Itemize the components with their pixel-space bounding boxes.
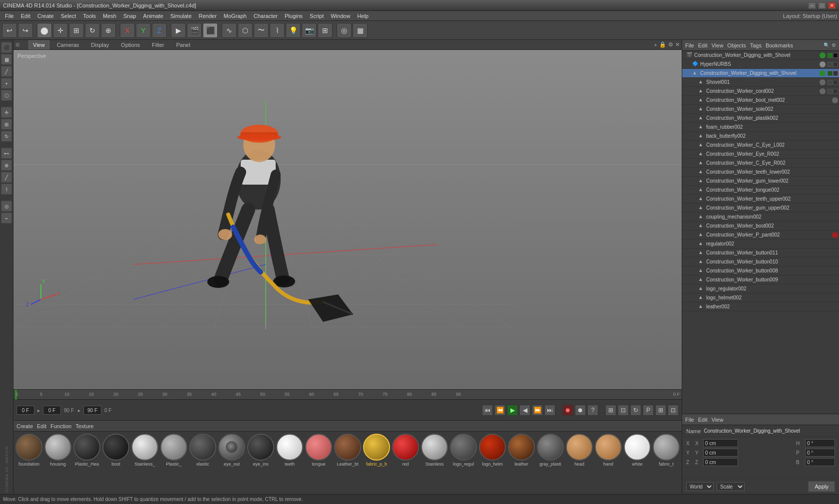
menu-help[interactable]: Help bbox=[354, 12, 372, 20]
menu-script[interactable]: Script bbox=[307, 12, 327, 20]
material-white[interactable]: white bbox=[624, 434, 651, 467]
texture-mode-button[interactable]: ▦ bbox=[1, 54, 12, 65]
next-frame-button[interactable]: ⏩ bbox=[532, 405, 543, 416]
mat-edit[interactable]: Edit bbox=[37, 423, 46, 429]
model-mode-button[interactable]: ⬛ bbox=[1, 42, 12, 53]
om-menu-tags[interactable]: Tags bbox=[750, 42, 762, 48]
menu-window[interactable]: Window bbox=[328, 12, 353, 20]
material-head[interactable]: head bbox=[566, 434, 593, 467]
move-tool-side[interactable]: ✛ bbox=[1, 107, 12, 118]
om-item-plastik[interactable]: ▲ Construction_Worker_plastik002 bbox=[682, 114, 839, 123]
tc-settings-button[interactable]: ⊡ bbox=[668, 405, 679, 416]
om-item-foam[interactable]: ▲ foam_rubber002 bbox=[682, 123, 839, 132]
tc-refresh-button[interactable]: ↻ bbox=[630, 405, 641, 416]
om-item-coupling[interactable]: ▲ coupling_mechanism002 bbox=[682, 213, 839, 222]
viewport-expand-icon[interactable]: + bbox=[654, 42, 657, 48]
attr-menu-file[interactable]: File bbox=[685, 417, 694, 423]
end-frame-input[interactable] bbox=[83, 406, 101, 415]
material-stainless[interactable]: Stainless_ bbox=[131, 434, 158, 467]
om-dot-cord[interactable] bbox=[820, 88, 826, 94]
tc-mode-button[interactable]: P bbox=[643, 405, 654, 416]
om-item-boot-met[interactable]: ▲ Construction_Worker_boot_met002 bbox=[682, 96, 839, 105]
material-stainless2[interactable]: Stainless bbox=[421, 434, 448, 467]
material-leather[interactable]: leather bbox=[508, 434, 535, 467]
play-forward-button[interactable]: ▶ bbox=[507, 405, 518, 416]
record-button[interactable]: ⏺ bbox=[562, 405, 573, 416]
material-eye-out[interactable]: eye_out bbox=[218, 434, 245, 467]
poly-button[interactable]: ⬡ bbox=[238, 23, 253, 38]
om-item-btn010[interactable]: ▲ Construction_Worker_button010 bbox=[682, 257, 839, 266]
om-dot-green-root[interactable] bbox=[820, 52, 826, 58]
brush-tool[interactable]: ⌇ bbox=[1, 184, 12, 195]
om-item-eye-cr[interactable]: ▲ Construction_Worker_C_Eye_R002 bbox=[682, 159, 839, 168]
texture-button[interactable]: ▦ bbox=[353, 23, 368, 38]
om-item-butterfly[interactable]: ▲ back_butterfly002 bbox=[682, 132, 839, 141]
om-item-leather[interactable]: ▲ leather002 bbox=[682, 302, 839, 311]
om-item-sole[interactable]: ▲ Construction_Worker_sole002 bbox=[682, 105, 839, 114]
om-item-shovel[interactable]: ▲ Shovel001 bbox=[682, 78, 839, 87]
menu-animate[interactable]: Animate bbox=[140, 12, 166, 20]
camera-button[interactable]: 📷 bbox=[302, 23, 317, 38]
material-elastic[interactable]: elastic bbox=[189, 434, 216, 467]
mat-function[interactable]: Function bbox=[50, 423, 71, 429]
om-item-teeth-upper[interactable]: ▲ Construction_Worker_teeth_upper002 bbox=[682, 195, 839, 204]
om-item-eye-r[interactable]: ▲ Construction_Worker_Eye_R002 bbox=[682, 150, 839, 159]
menu-mograph[interactable]: MoGraph bbox=[221, 12, 250, 20]
array-button[interactable]: ⊞ bbox=[318, 23, 333, 38]
poly-mode-button[interactable]: ⬡ bbox=[1, 90, 12, 101]
om-item-teeth-lower[interactable]: ▲ Construction_Worker_teeth_lower002 bbox=[682, 168, 839, 177]
viewport-settings-icon[interactable]: ⚙ bbox=[668, 41, 673, 48]
material-red[interactable]: red bbox=[392, 434, 419, 467]
coord-input-y[interactable] bbox=[703, 449, 738, 457]
om-item-root[interactable]: 🎬 Construction_Worker_Digging_with_Shove… bbox=[682, 51, 839, 60]
material-boot[interactable]: boot bbox=[102, 434, 129, 467]
nurbs-button[interactable]: ∿ bbox=[222, 23, 237, 38]
coord-input-p[interactable] bbox=[805, 449, 835, 457]
coord-input-z[interactable] bbox=[703, 458, 738, 466]
move-tool-button[interactable]: ✛ bbox=[53, 23, 68, 38]
undo-button[interactable]: ↩ bbox=[2, 23, 17, 38]
coord-system-select[interactable]: World Object bbox=[686, 482, 714, 491]
prev-frame-button[interactable]: ⏪ bbox=[494, 405, 505, 416]
om-menu-bookmarks[interactable]: Bookmarks bbox=[766, 42, 793, 48]
om-item-boot002[interactable]: ▲ Construction_Worker_boot002 bbox=[682, 222, 839, 231]
material-logo-helm[interactable]: logo_helm bbox=[479, 434, 506, 467]
go-end-button[interactable]: ⏭ bbox=[544, 405, 555, 416]
om-dot-boot-met[interactable] bbox=[832, 97, 838, 103]
om-item-tongue[interactable]: ▲ Construction_Worker_tongue002 bbox=[682, 186, 839, 195]
menu-tools[interactable]: Tools bbox=[80, 12, 99, 20]
play-reverse-button[interactable]: ◀ bbox=[519, 405, 530, 416]
live-selection-button[interactable]: ⬤ bbox=[37, 23, 52, 38]
x-axis-button[interactable]: X bbox=[120, 23, 135, 38]
om-item-logo-helmet[interactable]: ▲ logo_helmet002 bbox=[682, 293, 839, 302]
material-gray-plasti[interactable]: gray_plasti bbox=[537, 434, 564, 467]
material-housing[interactable]: housing bbox=[44, 434, 71, 467]
menu-snap[interactable]: Snap bbox=[120, 12, 139, 20]
current-frame-input[interactable] bbox=[16, 406, 34, 415]
minimize-button[interactable]: ─ bbox=[808, 2, 816, 9]
om-item-btn009[interactable]: ▲ Construction_Worker_button009 bbox=[682, 275, 839, 284]
magnet-tool[interactable]: ◎ bbox=[1, 201, 12, 212]
viewport-tab-panel[interactable]: Panel bbox=[172, 40, 195, 49]
om-item-btn011[interactable]: ▲ Construction_Worker_button011 bbox=[682, 249, 839, 257]
viewport-tab-cameras[interactable]: Cameras bbox=[52, 40, 84, 49]
om-search-icon[interactable]: 🔍 bbox=[824, 42, 830, 48]
menu-plugins[interactable]: Plugins bbox=[282, 12, 306, 20]
om-item-hypernurbs[interactable]: 🔷 HyperNURBS bbox=[682, 60, 839, 69]
material-eye-ins[interactable]: eye_ins bbox=[247, 434, 274, 467]
transform-mode-select[interactable]: Scale Move Rotate bbox=[717, 482, 745, 491]
viewport-tab-display[interactable]: Display bbox=[86, 40, 113, 49]
menu-render[interactable]: Render bbox=[196, 12, 220, 20]
om-dot-main[interactable] bbox=[820, 70, 826, 76]
render-button[interactable]: ⬛ bbox=[203, 23, 218, 38]
maximize-button[interactable]: □ bbox=[818, 2, 826, 9]
material-plastic[interactable]: Plastic_ bbox=[160, 434, 187, 467]
menu-file[interactable]: File bbox=[2, 12, 17, 20]
scale-tool-button[interactable]: ⊞ bbox=[69, 23, 84, 38]
autokey-button[interactable]: ⏺ bbox=[575, 405, 586, 416]
morph-tool[interactable]: ⌁ bbox=[1, 213, 12, 224]
om-item-cord[interactable]: ▲ Construction_Worker_cord002 bbox=[682, 87, 839, 96]
y-axis-button[interactable]: Y bbox=[136, 23, 151, 38]
material-button[interactable]: ◎ bbox=[337, 23, 352, 38]
tc-grid-button[interactable]: ⊞ bbox=[655, 405, 666, 416]
